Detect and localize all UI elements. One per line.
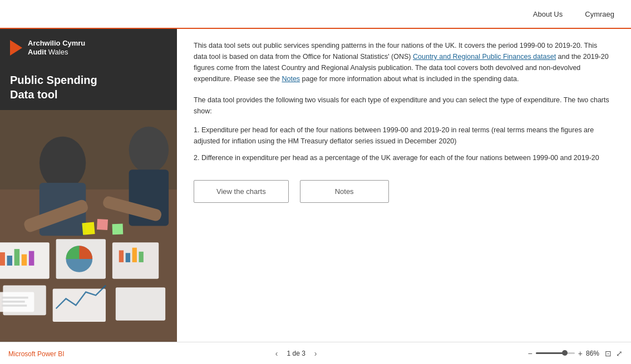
point-2-text: 2. Difference in expenditure per head as… — [194, 152, 612, 163]
logo-wales: Wales — [48, 48, 68, 56]
svg-rect-16 — [14, 249, 20, 266]
fullscreen-button[interactable]: ⤢ — [616, 349, 623, 358]
cover-title-line1: Public Spending — [10, 73, 167, 87]
logo-archwilio: Archwilio — [28, 39, 62, 47]
fit-page-button[interactable]: ⊡ — [605, 349, 612, 358]
svg-rect-20 — [119, 251, 124, 262]
svg-rect-30 — [2, 305, 27, 307]
footer-right: − + 86% ⊡ ⤢ — [528, 349, 623, 358]
main-area: Archwilio Cymru Audit Wales Public Spend… — [0, 29, 631, 342]
footer-left: Microsoft Power BI — [8, 348, 65, 358]
zoom-controls: − + 86% — [528, 349, 599, 358]
zoom-slider-handle — [562, 350, 568, 356]
next-page-button[interactable]: › — [312, 349, 319, 358]
top-navigation: About Us Cymraeg — [0, 0, 631, 29]
footer-pagination: ‹ 1 de 3 › — [273, 349, 319, 358]
svg-rect-17 — [22, 255, 27, 266]
body-paragraph: The data tool provides the following two… — [194, 94, 612, 117]
about-us-link[interactable]: About Us — [533, 10, 563, 18]
cymraeg-link[interactable]: Cymraeg — [585, 10, 614, 18]
svg-rect-28 — [2, 297, 28, 299]
notes-button[interactable]: Notes — [300, 180, 389, 203]
notes-link[interactable]: Notes — [282, 75, 300, 83]
svg-rect-25 — [97, 219, 108, 230]
action-buttons-row: View the charts Notes — [194, 180, 612, 203]
logo-triangle-icon — [10, 40, 22, 56]
svg-rect-23 — [139, 252, 144, 262]
cover-photo-simulation — [0, 110, 177, 342]
svg-point-4 — [129, 127, 169, 173]
cover-panel: Archwilio Cymru Audit Wales Public Spend… — [0, 29, 177, 342]
point-1-text: 1. Expenditure per head for each of the … — [194, 124, 612, 147]
logo-area: Archwilio Cymru Audit Wales — [0, 29, 177, 62]
zoom-slider-fill — [536, 352, 563, 354]
content-panel: This data tool sets out public services … — [177, 29, 631, 342]
zoom-level-label: 86% — [586, 350, 599, 357]
svg-rect-24 — [82, 222, 95, 235]
svg-rect-22 — [132, 248, 137, 262]
svg-rect-29 — [2, 301, 25, 303]
svg-rect-13 — [116, 287, 165, 321]
svg-rect-15 — [7, 256, 13, 266]
svg-point-2 — [40, 137, 86, 190]
zoom-slider[interactable] — [536, 352, 575, 354]
cover-photo — [0, 110, 177, 342]
zoom-plus-button[interactable]: + — [578, 349, 583, 358]
svg-rect-14 — [0, 252, 5, 266]
logo-cymru: Cymru — [62, 39, 85, 47]
prev-page-button[interactable]: ‹ — [273, 349, 280, 358]
svg-rect-21 — [126, 253, 130, 262]
intro-paragraph: This data tool sets out public services … — [194, 40, 612, 84]
page-info: 1 de 3 — [287, 350, 305, 357]
ons-dataset-link[interactable]: Country and Regional Public Finances dat… — [413, 53, 556, 61]
powerbi-link[interactable]: Microsoft Power BI — [8, 350, 65, 358]
svg-rect-18 — [29, 251, 34, 266]
logo-line1: Archwilio Cymru — [28, 39, 85, 48]
cover-title: Public Spending Data tool — [0, 62, 177, 102]
zoom-minus-button[interactable]: − — [528, 349, 533, 358]
logo-line2: Audit Wales — [28, 48, 85, 57]
cover-image-svg — [0, 110, 177, 342]
footer-icons: ⊡ ⤢ — [605, 349, 623, 358]
cover-title-line2: Data tool — [10, 87, 167, 102]
logo-text: Archwilio Cymru Audit Wales — [28, 39, 85, 56]
logo-audit: Audit — [28, 48, 48, 56]
view-charts-button[interactable]: View the charts — [194, 180, 289, 203]
footer-bar: Microsoft Power BI ‹ 1 de 3 › − + 86% ⊡ … — [0, 342, 631, 364]
svg-rect-26 — [112, 224, 124, 235]
